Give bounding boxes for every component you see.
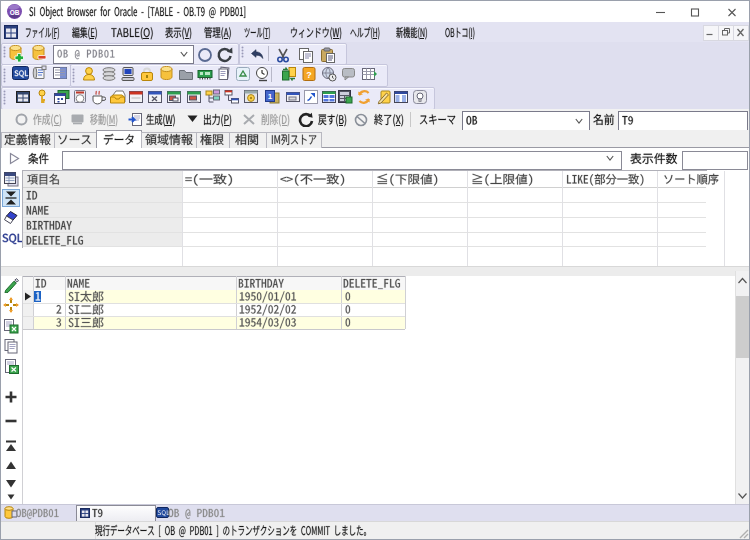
svg-text:1: 1	[268, 92, 273, 101]
svg-text:?: ?	[306, 70, 312, 80]
svg-text:OB: OB	[10, 9, 20, 16]
